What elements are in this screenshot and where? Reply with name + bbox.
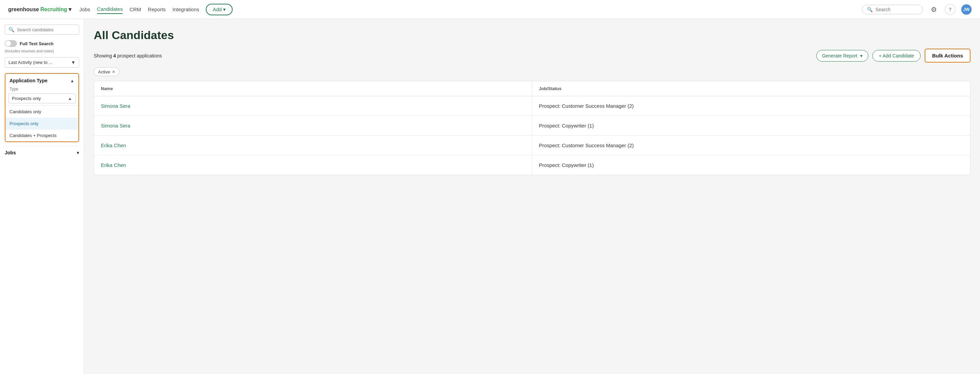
- nav-add-button[interactable]: Add ▾: [206, 4, 232, 15]
- generate-report-label: Generate Report: [822, 53, 858, 59]
- candidate-name-2[interactable]: Erika Chen: [94, 136, 532, 155]
- active-filter-tag: Active ×: [94, 67, 119, 76]
- navbar: greenhouse Recruiting ▾ Jobs Candidates …: [0, 0, 980, 19]
- candidate-name-3[interactable]: Erika Chen: [94, 155, 532, 175]
- table-row: Simona Sera Prospect: Copywriter (1): [94, 116, 970, 136]
- content-area: All Candidates Showing 4 prospect applic…: [84, 19, 980, 374]
- jobs-label: Jobs: [5, 150, 16, 155]
- candidates-table: Name Job/Status Simona Sera Prospect: Cu…: [94, 81, 970, 175]
- jobs-section[interactable]: Jobs ▾: [5, 146, 79, 159]
- bulk-actions-button[interactable]: Bulk Actions: [925, 49, 970, 62]
- toolbar-actions: Generate Report ▾ + Add Candidate Bulk A…: [816, 49, 970, 62]
- candidate-job-0: Prospect: Customer Success Manager (2): [532, 96, 970, 116]
- help-icon[interactable]: ?: [945, 4, 956, 15]
- sidebar-search-input[interactable]: [17, 27, 75, 32]
- logo-recruiting: Recruiting: [40, 6, 67, 13]
- table-col-job-status: Job/Status: [532, 81, 970, 96]
- nav-reports[interactable]: Reports: [148, 5, 166, 14]
- nav-search-input[interactable]: [875, 7, 918, 12]
- nav-jobs[interactable]: Jobs: [80, 5, 90, 14]
- table-col-name: Name: [94, 81, 532, 96]
- sort-label: Last Activity (new to ...: [8, 60, 52, 65]
- jobs-chevron-icon: ▾: [77, 150, 79, 155]
- settings-icon[interactable]: ⚙: [928, 4, 939, 15]
- filter-option-candidates-prospects[interactable]: Candidates + Prospects: [5, 129, 78, 141]
- filter-select-arrow-icon: ▲: [68, 96, 72, 101]
- application-type-filter: Application Type ▲ Type Prospects only ▲…: [5, 73, 79, 142]
- nav-links: Jobs Candidates CRM Reports Integrations…: [80, 4, 854, 15]
- sort-arrow-icon: ▼: [71, 60, 75, 65]
- full-text-sub: (Includes resumes and notes): [5, 49, 79, 53]
- nav-candidates[interactable]: Candidates: [97, 5, 123, 14]
- filter-title: Application Type: [10, 78, 48, 83]
- filter-select-row[interactable]: Prospects only ▲: [8, 94, 76, 103]
- full-text-row: Full Text Search: [5, 40, 79, 47]
- full-text-label: Full Text Search: [20, 41, 53, 46]
- full-text-toggle[interactable]: [5, 40, 17, 47]
- active-filter-row: Active ×: [94, 67, 970, 76]
- sidebar-search-box[interactable]: 🔍: [5, 24, 79, 35]
- table-row: Simona Sera Prospect: Customer Success M…: [94, 96, 970, 116]
- filter-header[interactable]: Application Type ▲: [5, 74, 78, 87]
- add-candidate-button[interactable]: + Add Candidate: [872, 50, 921, 62]
- filter-options: Candidates only Prospects only Candidate…: [5, 105, 78, 141]
- logo: greenhouse Recruiting ▾: [8, 6, 71, 13]
- filter-option-prospects-only[interactable]: Prospects only: [5, 118, 78, 129]
- toolbar: Showing 4 prospect applications Generate…: [94, 49, 970, 62]
- candidate-job-3: Prospect: Copywriter (1): [532, 155, 970, 175]
- nav-search-icon: 🔍: [867, 7, 873, 12]
- active-filter-close-icon[interactable]: ×: [112, 69, 115, 75]
- logo-greenhouse: greenhouse: [8, 6, 39, 13]
- sort-dropdown[interactable]: Last Activity (new to ... ▼: [5, 57, 79, 68]
- filter-chevron-icon: ▲: [70, 78, 74, 83]
- logo-chevron-icon[interactable]: ▾: [68, 6, 71, 13]
- filter-option-candidates-only[interactable]: Candidates only: [5, 106, 78, 118]
- candidate-job-1: Prospect: Copywriter (1): [532, 116, 970, 135]
- main-container: 🔍 Full Text Search (Includes resumes and…: [0, 19, 980, 374]
- sidebar-search-icon: 🔍: [8, 27, 14, 32]
- candidate-job-2: Prospect: Customer Success Manager (2): [532, 136, 970, 155]
- table-row: Erika Chen Prospect: Copywriter (1): [94, 155, 970, 175]
- candidate-name-0[interactable]: Simona Sera: [94, 96, 532, 116]
- nav-crm[interactable]: CRM: [129, 5, 141, 14]
- active-filter-label: Active: [98, 69, 110, 75]
- showing-text: Showing 4 prospect applications: [94, 53, 162, 59]
- generate-report-button[interactable]: Generate Report ▾: [816, 50, 868, 62]
- toggle-knob: [5, 41, 11, 46]
- generate-report-chevron-icon: ▾: [860, 53, 862, 59]
- filter-selected-value: Prospects only: [12, 96, 41, 101]
- table-header: Name Job/Status: [94, 81, 970, 96]
- avatar[interactable]: JW: [961, 4, 972, 15]
- table-row: Erika Chen Prospect: Customer Success Ma…: [94, 136, 970, 155]
- nav-integrations[interactable]: Integrations: [172, 5, 199, 14]
- page-title: All Candidates: [94, 19, 970, 49]
- nav-right: 🔍 ⚙ ? JW: [862, 4, 972, 15]
- filter-type-label: Type: [5, 87, 78, 94]
- nav-search-box[interactable]: 🔍: [862, 5, 923, 14]
- sidebar: 🔍 Full Text Search (Includes resumes and…: [0, 19, 84, 374]
- candidate-name-1[interactable]: Simona Sera: [94, 116, 532, 135]
